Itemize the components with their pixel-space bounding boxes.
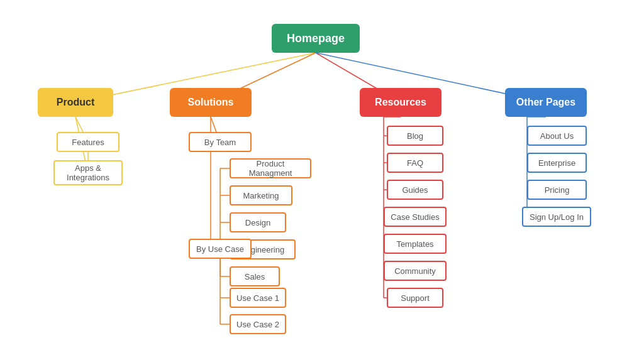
features-node: Features [57, 132, 119, 152]
apps-label: Apps & Integrations [60, 163, 116, 182]
signup-node: Sign Up/Log In [522, 207, 591, 227]
byusecase-node: By Use Case [189, 239, 252, 259]
usecase2-node: Use Case 2 [230, 314, 286, 334]
sitemap-diagram: Homepage Product Features Apps & Integra… [0, 0, 644, 338]
faq-node: FAQ [387, 153, 443, 173]
resources-label: Resources [375, 97, 426, 108]
community-label: Community [394, 266, 436, 276]
marketing-label: Marketing [243, 191, 279, 200]
design-label: Design [245, 218, 270, 227]
sales-node: Sales [230, 266, 280, 286]
usecase1-node: Use Case 1 [230, 288, 286, 308]
design-node: Design [230, 212, 286, 232]
blog-label: Blog [407, 131, 423, 141]
pricing-node: Pricing [527, 180, 587, 200]
support-label: Support [401, 293, 430, 303]
features-label: Features [72, 138, 104, 147]
product-node: Product [38, 88, 113, 117]
solutions-node: Solutions [170, 88, 252, 117]
homepage-label: Homepage [287, 32, 345, 45]
enterprise-node: Enterprise [527, 153, 587, 173]
enterprise-label: Enterprise [538, 158, 575, 168]
templates-label: Templates [396, 239, 433, 249]
aboutus-node: About Us [527, 126, 587, 146]
aboutus-label: About Us [540, 131, 574, 141]
casestudies-node: Case Studies [384, 207, 447, 227]
usecase1-label: Use Case 1 [236, 293, 279, 303]
guides-node: Guides [387, 180, 443, 200]
community-node: Community [384, 261, 447, 281]
casestudies-label: Case Studies [391, 212, 439, 222]
sales-label: Sales [245, 272, 265, 281]
byusecase-label: By Use Case [196, 244, 244, 254]
prodmgmt-label: Product Managment [236, 159, 305, 178]
pricing-label: Pricing [545, 185, 570, 195]
solutions-label: Solutions [188, 97, 234, 108]
resources-node: Resources [360, 88, 441, 117]
homepage-node: Homepage [272, 24, 360, 53]
byteam-node: By Team [189, 132, 252, 152]
otherpages-node: Other Pages [505, 88, 587, 117]
blog-node: Blog [387, 126, 443, 146]
templates-node: Templates [384, 234, 447, 254]
apps-node: Apps & Integrations [53, 160, 123, 185]
byteam-label: By Team [204, 138, 236, 147]
prodmgmt-node: Product Managment [230, 158, 311, 178]
product-label: Product [57, 97, 94, 108]
marketing-node: Marketing [230, 185, 292, 205]
otherpages-label: Other Pages [516, 97, 575, 108]
guides-label: Guides [402, 185, 428, 195]
support-node: Support [387, 288, 443, 308]
usecase2-label: Use Case 2 [236, 320, 279, 329]
signup-label: Sign Up/Log In [530, 212, 584, 222]
faq-label: FAQ [407, 158, 423, 168]
